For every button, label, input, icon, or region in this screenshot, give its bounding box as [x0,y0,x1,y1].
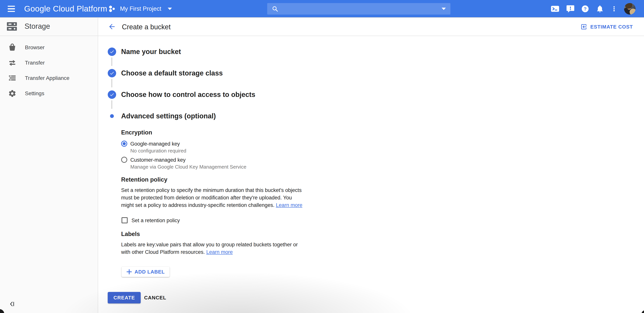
main-content: Create a bucket ESTIMATE COST Name your … [98,18,644,313]
retention-policy-heading: Retention policy [121,176,167,183]
step-title: Name your bucket [121,48,181,56]
radio-description: Manage via Google Cloud Key Management S… [130,164,246,170]
sidebar-title: Storage [24,22,50,30]
help-icon[interactable]: ? [581,5,589,13]
encryption-heading: Encryption [121,129,152,136]
step-advanced-settings[interactable]: Advanced settings (optional) [108,112,216,120]
estimate-cost-button[interactable]: ESTIMATE COST [580,18,633,36]
page-header: Create a bucket ESTIMATE COST [98,18,644,36]
open-estimate-panel-icon [580,23,587,30]
search-input[interactable] [281,6,438,12]
step-current-icon [108,112,116,120]
step-connector [112,79,112,87]
step-title: Choose how to control access to objects [121,91,255,99]
step-title: Advanced settings (optional) [121,112,216,120]
appliance-list-icon [8,73,17,83]
step-complete-icon [108,47,116,56]
bucket-icon [8,43,17,52]
radio-customer-managed-key[interactable] [121,157,127,163]
search-bar[interactable] [267,3,450,14]
sidebar-item-transfer-appliance[interactable]: Transfer Appliance [0,70,97,86]
page-title: Create a bucket [122,23,170,31]
project-selector[interactable]: My First Project [108,0,172,18]
radio-label[interactable]: Customer-managed key [130,157,186,163]
topbar-actions: ? [550,0,636,18]
gear-icon [8,89,17,98]
avatar[interactable] [624,3,636,14]
step-connector [112,57,112,66]
sidebar-item-label: Transfer Appliance [25,75,70,81]
add-label-button[interactable]: ADD LABEL [122,267,170,277]
labels-learn-more-link[interactable]: Learn more [206,249,233,255]
sidebar-nav: Browser Transfer [0,36,97,101]
radio-google-managed-key[interactable] [121,141,127,147]
menu-icon[interactable] [7,4,17,13]
step-complete-icon [108,69,116,77]
sidebar-item-transfer[interactable]: Transfer [0,55,97,70]
cancel-button[interactable]: CANCEL [140,292,171,304]
project-hexagons-icon [108,4,116,13]
estimate-cost-label: ESTIMATE COST [590,24,633,30]
sidebar-header: Storage [0,18,98,36]
sidebar-item-settings[interactable]: Settings [0,86,97,101]
feedback-icon[interactable] [566,4,574,13]
step-name-your-bucket[interactable]: Name your bucket [108,47,181,56]
sidebar-item-label: Browser [25,44,45,50]
radio-description: No configuration required [130,148,186,154]
sidebar-item-label: Settings [25,90,44,96]
sidebar-item-label: Transfer [25,60,45,66]
notifications-icon[interactable] [596,4,604,13]
more-vert-icon[interactable] [611,4,618,13]
collapse-sidebar-icon[interactable] [8,300,17,309]
add-label-text: ADD LABEL [134,269,165,275]
svg-text:?: ? [584,6,587,11]
step-title: Choose a default storage class [121,69,223,77]
search-icon [272,5,278,12]
gcp-logo[interactable]: Google Cloud Platform [24,0,107,18]
storage-product-icon [7,22,17,31]
plus-icon [126,269,132,275]
retention-policy-text: Set a retention policy to specify the mi… [121,187,302,208]
create-button[interactable]: CREATE [108,292,141,304]
labels-description: Labels are key:value pairs that allow yo… [121,241,304,256]
cloud-shell-icon[interactable] [550,4,560,13]
sidebar: Storage Browser [0,18,98,313]
caret-down-icon [168,8,172,10]
set-retention-policy-checkbox[interactable] [122,217,128,223]
step-access-control[interactable]: Choose how to control access to objects [108,90,255,99]
project-name: My First Project [120,5,161,12]
gcp-console: Google Cloud Platform My First Project [0,0,644,313]
labels-heading: Labels [121,231,140,238]
topbar: Google Cloud Platform My First Project [0,0,644,18]
search-scope-caret-icon[interactable] [442,8,446,10]
retention-policy-description: Set a retention policy to specify the mi… [121,187,304,209]
step-complete-icon [108,90,116,99]
set-retention-policy-label[interactable]: Set a retention policy [132,218,180,224]
swap-arrows-icon [8,58,17,67]
step-connector [112,100,112,109]
sidebar-item-browser[interactable]: Browser [0,40,97,55]
radio-label[interactable]: Google-managed key [130,141,180,147]
retention-learn-more-link[interactable]: Learn more [276,202,302,208]
back-arrow-icon[interactable] [108,22,116,31]
step-storage-class[interactable]: Choose a default storage class [108,69,223,77]
